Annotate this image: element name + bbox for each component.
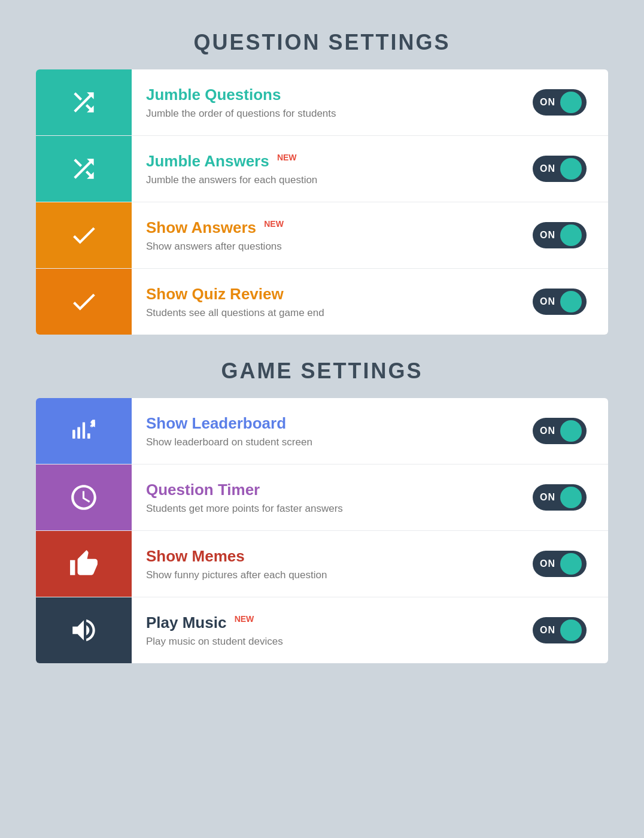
show-leaderboard-icon	[36, 398, 132, 464]
show-answers-new-badge: NEW	[264, 219, 284, 229]
show-quiz-review-row: Show Quiz Review Students see all questi…	[36, 269, 608, 335]
play-music-toggle[interactable]: ON	[533, 617, 587, 643]
show-memes-toggle-label: ON	[540, 558, 555, 569]
jumble-answers-content: Jumble Answers NEW Jumble the answers fo…	[132, 141, 511, 197]
question-timer-content: Question Timer Students get more points …	[132, 470, 511, 526]
game-settings-title: GAME SETTINGS	[36, 359, 608, 384]
question-timer-toggle-container: ON	[511, 484, 608, 511]
play-music-row: Play Music NEW Play music on student dev…	[36, 597, 608, 663]
show-quiz-review-toggle-label: ON	[540, 296, 555, 307]
show-answers-desc: Show answers after questions	[146, 241, 497, 253]
leaderboard-icon	[69, 416, 99, 446]
question-timer-toggle-label: ON	[540, 492, 555, 503]
jumble-questions-toggle-knob	[560, 92, 582, 113]
music-icon	[69, 615, 99, 645]
show-answers-icon	[36, 202, 132, 268]
jumble-questions-toggle-label: ON	[540, 97, 555, 108]
show-memes-icon	[36, 531, 132, 597]
jumble-answers-new-badge: NEW	[277, 153, 297, 162]
question-settings-title: QUESTION SETTINGS	[36, 30, 608, 55]
shuffle-icon	[69, 87, 99, 117]
show-quiz-review-icon	[36, 269, 132, 335]
question-timer-title: Question Timer	[146, 481, 497, 499]
play-music-toggle-label: ON	[540, 625, 555, 636]
show-leaderboard-toggle-label: ON	[540, 426, 555, 436]
question-timer-icon	[36, 464, 132, 530]
question-settings-card: Jumble Questions Jumble the order of que…	[36, 69, 608, 335]
show-quiz-review-content: Show Quiz Review Students see all questi…	[132, 274, 511, 330]
show-answers-toggle-label: ON	[540, 230, 555, 241]
show-answers-toggle-knob	[560, 224, 582, 246]
question-timer-toggle-knob	[560, 487, 582, 508]
show-answers-toggle-container: ON	[511, 222, 608, 248]
show-answers-content: Show Answers NEW Show answers after ques…	[132, 208, 511, 263]
play-music-content: Play Music NEW Play music on student dev…	[132, 603, 511, 658]
show-quiz-review-toggle[interactable]: ON	[533, 289, 587, 315]
show-leaderboard-title: Show Leaderboard	[146, 414, 497, 433]
jumble-questions-title: Jumble Questions	[146, 86, 497, 104]
show-answers-title: Show Answers NEW	[146, 218, 497, 237]
show-memes-title: Show Memes	[146, 547, 497, 566]
show-quiz-review-toggle-container: ON	[511, 289, 608, 315]
jumble-questions-toggle[interactable]: ON	[533, 89, 587, 116]
play-music-toggle-knob	[560, 620, 582, 641]
show-leaderboard-row: Show Leaderboard Show leaderboard on stu…	[36, 398, 608, 464]
jumble-answers-title: Jumble Answers NEW	[146, 152, 497, 171]
check-icon	[69, 220, 99, 250]
show-memes-toggle-container: ON	[511, 551, 608, 577]
game-settings-card: Show Leaderboard Show leaderboard on stu…	[36, 398, 608, 663]
jumble-answers-row: Jumble Answers NEW Jumble the answers fo…	[36, 136, 608, 202]
play-music-new-badge: NEW	[235, 614, 254, 624]
show-answers-row: Show Answers NEW Show answers after ques…	[36, 202, 608, 269]
play-music-title: Play Music NEW	[146, 614, 497, 632]
show-quiz-review-toggle-knob	[560, 291, 582, 312]
jumble-answers-toggle-label: ON	[540, 163, 555, 174]
show-answers-toggle[interactable]: ON	[533, 222, 587, 248]
jumble-answers-toggle-knob	[560, 158, 582, 180]
show-quiz-review-title: Show Quiz Review	[146, 285, 497, 303]
show-quiz-review-desc: Students see all questions at game end	[146, 307, 497, 319]
play-music-desc: Play music on student devices	[146, 636, 497, 648]
jumble-answers-toggle-container: ON	[511, 156, 608, 182]
show-leaderboard-toggle[interactable]: ON	[533, 418, 587, 444]
jumble-questions-content: Jumble Questions Jumble the order of que…	[132, 75, 511, 130]
play-music-icon	[36, 597, 132, 663]
jumble-answers-toggle[interactable]: ON	[533, 156, 587, 182]
show-memes-row: Show Memes Show funny pictures after eac…	[36, 531, 608, 597]
jumble-questions-desc: Jumble the order of questions for studen…	[146, 108, 497, 120]
show-leaderboard-desc: Show leaderboard on student screen	[146, 436, 497, 448]
jumble-questions-icon	[36, 69, 132, 135]
shuffle-icon-2	[69, 154, 99, 184]
check-icon-2	[69, 287, 99, 317]
thumbsup-icon	[69, 549, 99, 579]
show-memes-content: Show Memes Show funny pictures after eac…	[132, 536, 511, 592]
show-leaderboard-toggle-knob	[560, 420, 582, 442]
show-leaderboard-content: Show Leaderboard Show leaderboard on stu…	[132, 403, 511, 459]
question-timer-toggle[interactable]: ON	[533, 484, 587, 511]
timer-icon	[69, 482, 99, 512]
jumble-questions-row: Jumble Questions Jumble the order of que…	[36, 69, 608, 136]
show-memes-desc: Show funny pictures after each question	[146, 569, 497, 581]
show-memes-toggle-knob	[560, 553, 582, 575]
question-timer-desc: Students get more points for faster answ…	[146, 503, 497, 515]
play-music-toggle-container: ON	[511, 617, 608, 643]
jumble-answers-icon	[36, 136, 132, 202]
show-memes-toggle[interactable]: ON	[533, 551, 587, 577]
show-leaderboard-toggle-container: ON	[511, 418, 608, 444]
jumble-answers-desc: Jumble the answers for each question	[146, 174, 497, 186]
jumble-questions-toggle-container: ON	[511, 89, 608, 116]
question-timer-row: Question Timer Students get more points …	[36, 464, 608, 531]
